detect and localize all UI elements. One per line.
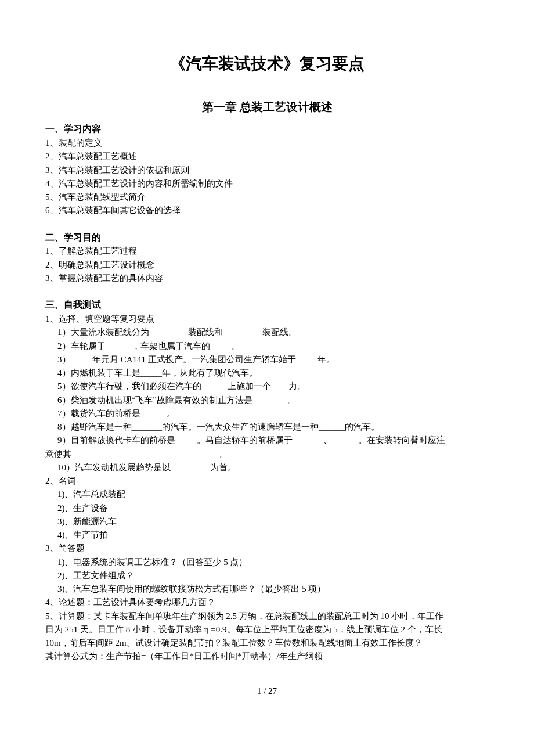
question-group-heading: 3、简答题 [45,542,489,555]
fill-blank-item: 3）_____年元月 CA141 正式投产。一汽集团公司生产轿车始于_____年… [45,353,489,366]
document-page: 《汽车装试技术》复习要点 第一章 总装工艺设计概述 一、学习内容 1、装配的定义… [0,0,534,721]
chapter-heading: 第一章 总装工艺设计概述 [45,98,489,116]
list-item: 2、明确总装配工艺设计概念 [45,258,489,272]
short-answer-item: 1)、电器系统的装调工艺标准？（回答至少 5 点） [45,556,489,569]
list-item: 5、汽车总装配线型式简介 [45,190,489,204]
section-3-heading: 三、自我测试 [45,298,489,312]
short-answer-item: 3)、汽车总装车间使用的螺纹联接防松方式有哪些？（最少答出 5 项） [45,582,489,596]
fill-blank-item: 8）越野汽车是一种_______的汽车。一汽大众生产的速腾轿车是一种______… [45,420,489,434]
calculation-question-cont: 日为 251 天。日工作 8 小时，设备开动率 η =0.9。每车位上平均工位密… [45,623,489,636]
term-item: 1)、汽车总成装配 [45,488,489,501]
list-item: 3、掌握总装配工艺的具体内容 [45,272,489,285]
list-item: 4、汽车总装配工艺设计的内容和所需编制的文件 [45,177,489,190]
list-item: 1、装配的定义 [45,136,489,150]
list-item: 1、了解总装配工艺过程 [45,244,489,258]
calculation-question-cont: 10m，前后车间距 2m。试设计确定装配节拍？装配工位数？车位数和装配线地面上有… [45,636,489,650]
section-2-heading: 二、学习目的 [45,231,489,245]
question-group-heading: 2、名词 [45,474,489,488]
fill-blank-item: 6）柴油发动机出现“飞车”故障最有效的制止方法是________。 [45,394,489,407]
fill-blank-item-cont: 意使其__________________________________。 [45,448,489,461]
calculation-question: 5、计算题：某卡车装配车间单班年生产纲领为 2.5 万辆，在总装配线上的装配总工… [45,610,489,623]
fill-blank-item: 4）内燃机装于车上是_____年，从此有了现代汽车。 [45,366,489,380]
document-title: 《汽车装试技术》复习要点 [45,51,489,76]
section-1-heading: 一、学习内容 [45,122,489,136]
short-answer-item: 2)、工艺文件组成？ [45,569,489,582]
page-number: 1 / 27 [45,685,489,698]
fill-blank-item: 9）目前解放换代卡车的前桥是_____。马自达轿车的前桥属于_______、__… [45,434,489,447]
calculation-formula: 其计算公式为：生产节拍=（年工作日*日工作时间*开动率）/年生产纲领 [45,650,489,663]
list-item: 2、汽车总装配工艺概述 [45,150,489,163]
fill-blank-item: 2）车轮属于______，车架也属于汽车的_____。 [45,340,489,353]
list-item: 3、汽车总装配工艺设计的依据和原则 [45,164,489,177]
fill-blank-item: 1）大量流水装配线分为_________装配线和_________装配线。 [45,326,489,339]
essay-question: 4、论述题：工艺设计具体要考虑哪几方面？ [45,596,489,609]
fill-blank-item: 7）载货汽车的前桥是______。 [45,407,489,420]
question-group-heading: 1、选择、填空题等复习要点 [45,312,489,326]
term-item: 3)、新能源汽车 [45,515,489,528]
list-item: 6、汽车总装配车间其它设备的选择 [45,204,489,217]
term-item: 2)、生产设备 [45,502,489,515]
fill-blank-item: 10）汽车发动机发展趋势是以_________为首。 [45,461,489,474]
term-item: 4)、生产节拍 [45,528,489,542]
fill-blank-item: 5）欲使汽车行驶，我们必须在汽车的______上施加一个____力。 [45,380,489,393]
